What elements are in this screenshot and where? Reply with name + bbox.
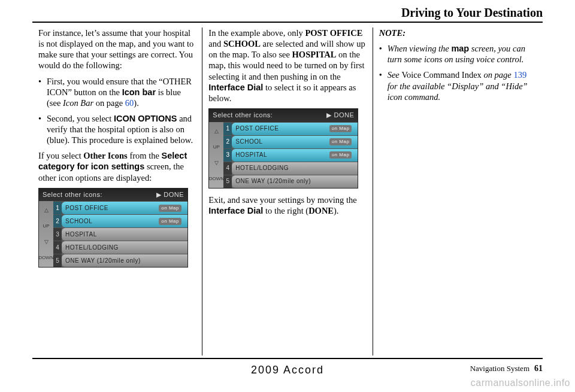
done-label: DONE (308, 206, 334, 215)
row-text: HOSPITAL (235, 151, 267, 159)
note-list: When viewing the map screen, you can tur… (379, 43, 537, 102)
list-item: See Voice Command Index on page 139 for … (379, 69, 537, 102)
manual-page: Driving to Your Destination For instance… (0, 0, 575, 392)
up-arrow-icon: △ (214, 128, 219, 135)
list-row: 4HOTEL/LODGING (53, 241, 187, 254)
screenshot-header: Select other icons: ▶ DONE (39, 189, 187, 202)
screenshot-list: 1POST OFFICEon Map 2SCHOOLon Map 3HOSPIT… (223, 122, 358, 188)
list-row: 2SCHOOLon Map (53, 214, 187, 227)
on-map-tag: on Map (159, 205, 181, 212)
nav-screenshot-1: Select other icons: ▶ DONE △ UP ▽ DOWN 1… (38, 188, 188, 268)
down-label: DOWN (209, 176, 224, 182)
list-row: 2SCHOOLon Map (223, 135, 358, 148)
text: on page (482, 70, 514, 80)
text: If you select (38, 151, 83, 160)
ref-italic: Icon Bar (63, 98, 93, 108)
rule-bottom (32, 358, 543, 359)
icon-bar-label: Icon bar (122, 87, 156, 97)
up-arrow-icon: △ (44, 207, 49, 214)
text: ). (134, 98, 138, 108)
icon-options-label: ICON OPTIONS (114, 114, 177, 123)
row-label: SCHOOLon Map (232, 136, 358, 148)
row-num: 1 (53, 202, 62, 214)
column-2: In the example above, only POST OFFICE a… (202, 28, 372, 355)
voice-command-index-label: Voice Command Index (401, 70, 481, 80)
up-label: UP (213, 144, 220, 150)
text: In the example above, only (208, 28, 305, 38)
text: on page (93, 98, 125, 108)
row-text: HOSPITAL (65, 231, 97, 239)
paragraph: Exit, and save your settings by moving t… (208, 195, 366, 216)
interface-dial-label: Interface Dial (208, 206, 263, 215)
row-text: HOTEL/LODGING (65, 244, 119, 252)
on-map-tag: on Map (329, 125, 352, 132)
list-row: 3HOSPITAL (53, 227, 187, 241)
on-map-tag: on Map (329, 151, 352, 159)
scroll-indicator: △ UP ▽ DOWN (39, 201, 53, 267)
list-row: 1POST OFFICEon Map (53, 201, 187, 214)
watermark: carmanualsonline.info (471, 378, 570, 388)
row-text: SCHOOL (65, 218, 92, 226)
screenshot-header: Select other icons: ▶ DONE (209, 109, 358, 122)
row-text: POST OFFICE (65, 205, 108, 212)
note-heading: NOTE: (379, 28, 537, 38)
text: See (388, 70, 402, 80)
row-num: 1 (223, 123, 232, 135)
row-num: 3 (223, 149, 232, 162)
text: ). (334, 206, 338, 215)
screenshot-body: △ UP ▽ DOWN 1POST OFFICEon Map 2SCHOOLon… (39, 201, 187, 267)
column-3: NOTE: When viewing the map screen, you c… (373, 28, 543, 355)
other-icons-label: Other Icons (83, 151, 127, 160)
page-link[interactable]: 139 (513, 70, 526, 80)
footer-right: Navigation System61 (470, 364, 543, 373)
row-text: HOTEL/LODGING (235, 165, 289, 172)
list-row: 4HOTEL/LODGING (223, 162, 358, 175)
interface-dial-label: Interface Dial (208, 83, 263, 92)
row-label: HOTEL/LODGING (232, 162, 358, 175)
list-item: When viewing the map screen, you can tur… (379, 43, 537, 65)
text: When viewing the (388, 44, 452, 53)
screenshot-body: △ UP ▽ DOWN 1POST OFFICEon Map 2SCHOOLon… (209, 122, 358, 188)
row-num: 2 (223, 136, 232, 148)
column-1: For instance, let’s assume that your hos… (32, 28, 202, 355)
rule-top (32, 22, 543, 23)
intro-paragraph: For instance, let’s assume that your hos… (38, 28, 196, 71)
down-arrow-icon: ▽ (214, 160, 219, 166)
row-num: 4 (223, 162, 232, 175)
list-row: 5ONE WAY (1/20mile only) (223, 175, 358, 188)
row-num: 5 (53, 254, 62, 267)
page-link[interactable]: 60 (125, 98, 134, 108)
text: Exit, and save your settings by moving t… (208, 195, 356, 205)
text: Second, you select (47, 114, 114, 123)
done-indicator: ▶ DONE (156, 191, 184, 199)
list-row: 3HOSPITALon Map (223, 148, 358, 162)
on-map-tag: on Map (159, 218, 181, 225)
list-item: First, you would ensure that the “OTHER … (38, 76, 196, 108)
done-indicator: ▶ DONE (326, 111, 354, 120)
hospital-label: HOSPITAL (292, 50, 337, 59)
up-label: UP (43, 223, 49, 229)
row-label: HOTEL/LODGING (62, 241, 187, 254)
on-map-tag: on Map (329, 138, 352, 145)
school-label: SCHOOL (223, 39, 261, 48)
post-office-label: POST OFFICE (305, 28, 362, 38)
screenshot-title: Select other icons: (43, 191, 102, 199)
row-text: POST OFFICE (235, 125, 279, 133)
text: and (208, 39, 223, 48)
scroll-indicator: △ UP ▽ DOWN (209, 122, 223, 188)
row-text: ONE WAY (1/20mile only) (65, 257, 141, 265)
row-num: 3 (53, 228, 62, 241)
note-label: NOTE: (379, 28, 405, 38)
down-arrow-icon: ▽ (44, 239, 49, 245)
row-label: SCHOOLon Map (62, 215, 187, 227)
row-label: POST OFFICEon Map (232, 123, 358, 135)
paragraph: In the example above, only POST OFFICE a… (208, 28, 366, 104)
instruction-list: First, you would ensure that the “OTHER … (38, 76, 196, 146)
row-num: 2 (53, 215, 62, 227)
row-label: ONE WAY (1/20mile only) (232, 175, 358, 188)
row-num: 5 (223, 175, 232, 188)
row-label: HOSPITALon Map (232, 149, 358, 162)
list-row: 5ONE WAY (1/20mile only) (53, 254, 187, 267)
screenshot-list: 1POST OFFICEon Map 2SCHOOLon Map 3HOSPIT… (53, 201, 187, 267)
screenshot-title: Select other icons: (213, 111, 273, 120)
